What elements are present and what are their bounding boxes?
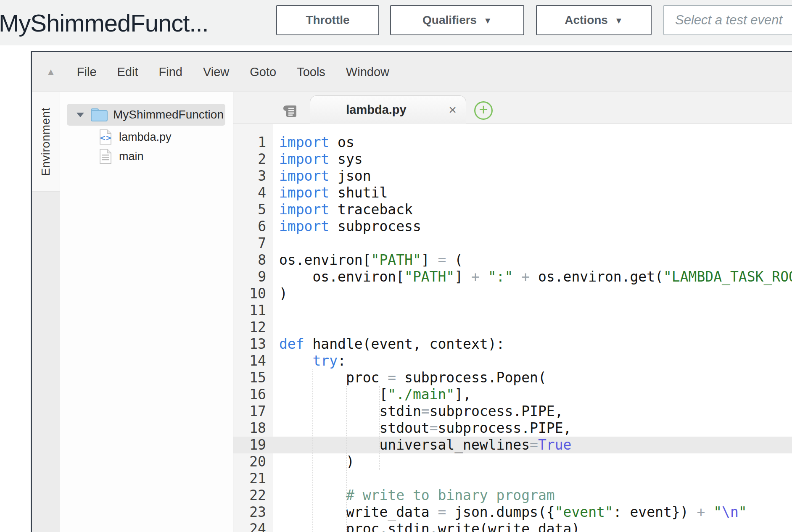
- file-tree-panel: MyShimmedFunction <>lambda.pymain: [60, 92, 233, 532]
- close-tab-icon[interactable]: ×: [449, 103, 457, 116]
- folder-expand-caret-icon[interactable]: [76, 112, 84, 118]
- qualifiers-button-label: Qualifiers: [422, 13, 477, 27]
- code-line-22[interactable]: 22 # write to binary program: [233, 487, 792, 504]
- line-content: os.environ["PATH"] = (: [273, 252, 792, 269]
- file-name: main: [119, 150, 144, 163]
- line-number: 23: [233, 504, 273, 521]
- line-content: ): [273, 453, 792, 470]
- code-line-19[interactable]: 19 universal_newlines=True: [233, 437, 792, 453]
- line-number: 20: [233, 453, 273, 470]
- line-content: # write to binary program: [273, 487, 792, 504]
- code-line-21[interactable]: 21: [233, 470, 792, 487]
- code-line-10[interactable]: 10): [233, 285, 792, 302]
- folder-name: MyShimmedFunction: [113, 108, 224, 121]
- throttle-button[interactable]: Throttle: [276, 5, 379, 35]
- code-line-1[interactable]: 1import os: [233, 134, 792, 151]
- plus-icon: +: [479, 102, 488, 117]
- line-content: try:: [273, 353, 792, 369]
- qualifiers-dropdown-button[interactable]: Qualifiers ▼: [390, 5, 524, 35]
- code-line-7[interactable]: 7: [233, 235, 792, 252]
- line-content: import subprocess: [273, 218, 792, 235]
- line-number: 24: [233, 521, 273, 532]
- file-name: lambda.py: [119, 131, 172, 144]
- throttle-button-label: Throttle: [306, 13, 349, 27]
- line-number: 7: [233, 235, 273, 252]
- code-line-16[interactable]: 16 ["./main"],: [233, 386, 792, 403]
- tree-file-lambda.py[interactable]: <>lambda.py: [60, 127, 233, 147]
- collapse-panel-icon[interactable]: ▲: [46, 66, 55, 77]
- code-line-2[interactable]: 2import sys: [233, 151, 792, 168]
- line-content: import json: [273, 168, 792, 184]
- line-number: 17: [233, 403, 273, 420]
- editor-tabbar: lambda.py × +: [233, 92, 792, 124]
- code-line-4[interactable]: 4import shutil: [233, 184, 792, 201]
- code-line-9[interactable]: 9 os.environ["PATH"] + ":" + os.environ.…: [233, 269, 792, 285]
- actions-dropdown-button[interactable]: Actions ▼: [536, 5, 652, 35]
- tree-folder-row[interactable]: MyShimmedFunction: [67, 104, 225, 126]
- code-line-24[interactable]: 24 proc.stdin.write(write_data): [233, 521, 792, 532]
- menu-item-goto[interactable]: Goto: [250, 65, 276, 79]
- code-line-15[interactable]: 15 proc = subprocess.Popen(: [233, 369, 792, 386]
- ide-content: Environment MyShimmedFunction <>lambda.p…: [32, 92, 792, 532]
- code-line-23[interactable]: 23 write_data = json.dumps({"event": eve…: [233, 504, 792, 521]
- menu-item-window[interactable]: Window: [346, 65, 389, 79]
- line-content: def handle(event, context):: [273, 336, 792, 353]
- code-line-3[interactable]: 3import json: [233, 168, 792, 184]
- caret-down-icon: ▼: [483, 16, 492, 25]
- menu-item-tools[interactable]: Tools: [297, 65, 325, 79]
- code-line-20[interactable]: 20 ): [233, 453, 792, 470]
- test-event-placeholder: Select a test event: [675, 13, 782, 28]
- code-line-5[interactable]: 5import traceback: [233, 201, 792, 218]
- code-line-17[interactable]: 17 stdin=subprocess.PIPE,: [233, 403, 792, 420]
- environment-tab[interactable]: Environment: [32, 92, 60, 192]
- left-tab-strip: Environment: [32, 92, 60, 532]
- line-content: import os: [273, 134, 792, 151]
- test-event-select[interactable]: Select a test event: [663, 5, 792, 35]
- indent-guide: [379, 386, 380, 470]
- code-line-13[interactable]: 13def handle(event, context):: [233, 336, 792, 353]
- tree-file-main[interactable]: main: [60, 147, 233, 166]
- line-number: 8: [233, 252, 273, 269]
- line-number: 16: [233, 386, 273, 403]
- editor-pane: lambda.py × + 1import os2import sys3impo…: [233, 92, 792, 532]
- cloud9-editor-window: ▲ File Edit Find View Goto Tools Window …: [31, 51, 792, 532]
- line-number: 9: [233, 269, 273, 285]
- code-line-14[interactable]: 14 try:: [233, 353, 792, 369]
- code-file-icon: <>: [99, 129, 112, 145]
- line-number: 6: [233, 218, 273, 235]
- line-number: 10: [233, 285, 273, 302]
- code-line-12[interactable]: 12: [233, 319, 792, 336]
- line-content: proc.stdin.write(write_data): [273, 521, 792, 532]
- line-content: import traceback: [273, 201, 792, 218]
- menu-item-file[interactable]: File: [77, 65, 97, 79]
- menu-item-view[interactable]: View: [203, 65, 229, 79]
- line-number: 1: [233, 134, 273, 151]
- tab-lambda-py[interactable]: lambda.py ×: [310, 95, 466, 124]
- line-number: 3: [233, 168, 273, 184]
- line-number: 4: [233, 184, 273, 201]
- menu-item-edit[interactable]: Edit: [117, 65, 138, 79]
- tab-list-icon[interactable]: [282, 104, 298, 120]
- menu-item-find[interactable]: Find: [159, 65, 182, 79]
- function-title: MyShimmedFunct...: [0, 0, 209, 45]
- indent-guide: [346, 386, 347, 532]
- line-content: write_data = json.dumps({"event": event}…: [273, 504, 792, 521]
- environment-tab-label: Environment: [39, 108, 53, 176]
- line-content: [273, 319, 792, 336]
- line-number: 5: [233, 201, 273, 218]
- editor-menubar: ▲ File Edit Find View Goto Tools Window: [32, 52, 792, 92]
- code-line-8[interactable]: 8os.environ["PATH"] = (: [233, 252, 792, 269]
- line-content: [273, 470, 792, 487]
- svg-text:<>: <>: [100, 134, 112, 142]
- line-content: ): [273, 285, 792, 302]
- actions-button-label: Actions: [565, 13, 608, 27]
- code-line-11[interactable]: 11: [233, 302, 792, 319]
- new-tab-button[interactable]: +: [474, 101, 493, 120]
- code-line-6[interactable]: 6import subprocess: [233, 218, 792, 235]
- line-number: 12: [233, 319, 273, 336]
- code-line-18[interactable]: 18 stdout=subprocess.PIPE,: [233, 420, 792, 437]
- line-content: proc = subprocess.Popen(: [273, 369, 792, 386]
- code-editor[interactable]: 1import os2import sys3import json4import…: [233, 124, 792, 532]
- line-content: [273, 235, 792, 252]
- code-rows: 1import os2import sys3import json4import…: [233, 134, 792, 532]
